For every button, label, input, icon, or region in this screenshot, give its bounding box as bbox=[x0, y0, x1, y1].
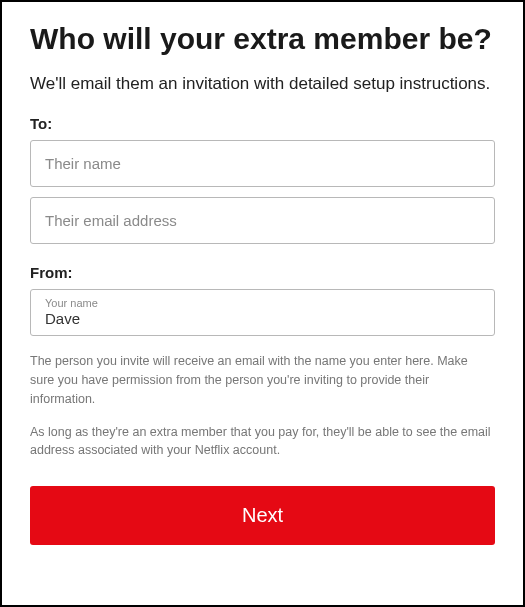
your-name-input[interactable] bbox=[45, 310, 480, 327]
disclaimer-email-visibility: As long as they're an extra member that … bbox=[30, 423, 495, 461]
their-email-input[interactable] bbox=[30, 197, 495, 244]
extra-member-form: Who will your extra member be? We'll ema… bbox=[30, 20, 495, 545]
your-name-field[interactable]: Your name bbox=[30, 289, 495, 336]
page-subtitle: We'll email them an invitation with deta… bbox=[30, 72, 495, 96]
disclaimer-permission: The person you invite will receive an em… bbox=[30, 352, 495, 408]
your-name-floating-label: Your name bbox=[45, 297, 480, 309]
page-title: Who will your extra member be? bbox=[30, 20, 495, 58]
next-button[interactable]: Next bbox=[30, 486, 495, 545]
their-name-input[interactable] bbox=[30, 140, 495, 187]
to-label: To: bbox=[30, 115, 495, 132]
from-label: From: bbox=[30, 264, 495, 281]
